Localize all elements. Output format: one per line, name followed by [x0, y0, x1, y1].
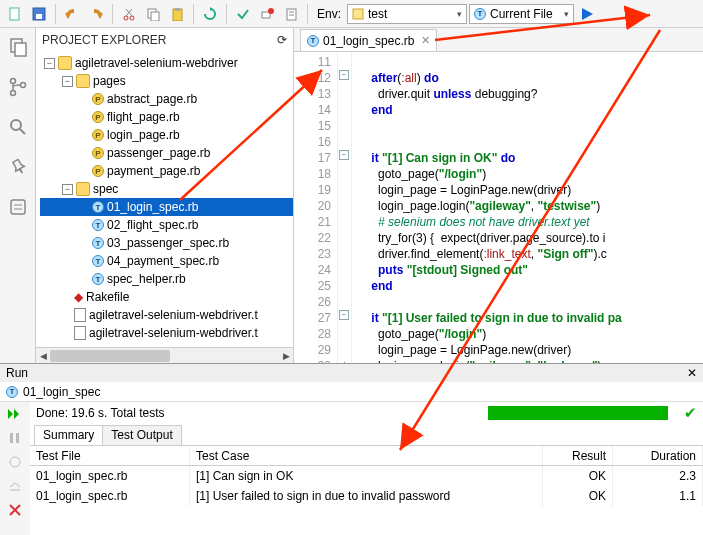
branch-icon[interactable] — [5, 74, 31, 100]
check-icon: ✔ — [684, 404, 697, 422]
explorer-refresh-icon[interactable]: ⟳ — [277, 33, 287, 47]
settings-icon[interactable] — [6, 454, 24, 470]
col-result[interactable]: Result — [543, 446, 613, 465]
tree-file[interactable]: T03_passenger_spec.rb — [40, 234, 293, 252]
run-button[interactable] — [576, 3, 598, 25]
project-explorer: PROJECT EXPLORER ⟳ −agiletravel-selenium… — [36, 28, 294, 363]
svg-line-21 — [20, 129, 25, 134]
tree-file[interactable]: Ppayment_page.rb — [40, 162, 293, 180]
code-editor: T 01_login_spec.rb ✕ 1112131415161718192… — [294, 28, 703, 363]
svg-point-10 — [268, 8, 274, 14]
doc-button[interactable] — [280, 3, 302, 25]
target-select[interactable]: T Current File ▾ — [469, 4, 574, 24]
file-tree: −agiletravel-selenium-webdriver −pages P… — [36, 52, 293, 347]
delete-icon[interactable] — [6, 502, 24, 518]
env-select[interactable]: test ▾ — [347, 4, 467, 24]
svg-rect-8 — [175, 8, 180, 11]
run-toolbar — [0, 402, 30, 535]
tree-file[interactable]: Tspec_helper.rb — [40, 270, 293, 288]
col-duration[interactable]: Duration — [613, 446, 703, 465]
run-panel: Run✕ T01_login_spec Done: 19.6 s. Total … — [0, 363, 703, 535]
new-file-button[interactable] — [4, 3, 26, 25]
redo-button[interactable] — [85, 3, 107, 25]
svg-point-3 — [124, 16, 128, 20]
tab-summary[interactable]: Summary — [34, 425, 103, 445]
svg-rect-14 — [353, 9, 363, 19]
tree-projectfile[interactable]: agiletravel-selenium-webdriver.t — [40, 324, 293, 342]
save-button[interactable] — [28, 3, 50, 25]
tree-root[interactable]: −agiletravel-selenium-webdriver — [40, 54, 293, 72]
run-close-icon[interactable]: ✕ — [687, 366, 697, 380]
tree-file[interactable]: T04_payment_spec.rb — [40, 252, 293, 270]
refresh-button[interactable] — [199, 3, 221, 25]
svg-rect-6 — [151, 12, 159, 21]
run-status: Done: 19.6 s. Total tests — [36, 406, 165, 420]
tree-file-selected[interactable]: T01_login_spec.rb — [40, 198, 293, 216]
tree-projectfile[interactable]: agiletravel-selenium-webdriver.t — [40, 306, 293, 324]
env-label: Env: — [317, 7, 341, 21]
svg-point-4 — [130, 16, 134, 20]
tab-label: 01_login_spec.rb — [323, 34, 414, 48]
results-table: Test File Test Case Result Duration 01_l… — [30, 446, 703, 535]
tree-folder-pages[interactable]: −pages — [40, 72, 293, 90]
copy-button[interactable] — [142, 3, 164, 25]
copy-panel-icon[interactable] — [5, 34, 31, 60]
tab-close-icon[interactable]: ✕ — [421, 34, 430, 47]
svg-rect-16 — [15, 43, 26, 56]
target-icon: T — [474, 8, 486, 20]
record-button[interactable] — [256, 3, 278, 25]
activity-bar — [0, 28, 36, 363]
tree-file[interactable]: Pflight_page.rb — [40, 108, 293, 126]
cut-button[interactable] — [118, 3, 140, 25]
tree-folder-spec[interactable]: −spec — [40, 180, 293, 198]
svg-point-20 — [11, 120, 21, 130]
svg-point-19 — [20, 83, 25, 88]
svg-point-18 — [10, 91, 15, 96]
tree-file[interactable]: Plogin_page.rb — [40, 126, 293, 144]
explorer-title: PROJECT EXPLORER — [42, 33, 166, 47]
col-case[interactable]: Test Case — [190, 446, 543, 465]
tree-file[interactable]: Pabstract_page.rb — [40, 90, 293, 108]
tree-file[interactable]: Ppassenger_page.rb — [40, 144, 293, 162]
env-value: test — [368, 7, 387, 21]
tree-rakefile[interactable]: ◆Rakefile — [40, 288, 293, 306]
undo-button[interactable] — [61, 3, 83, 25]
explorer-hscroll[interactable]: ◀▶ — [36, 347, 293, 363]
svg-rect-22 — [11, 200, 25, 214]
notes-icon[interactable] — [5, 194, 31, 220]
run-panel-title: Run — [6, 366, 28, 380]
progress-bar — [488, 406, 668, 420]
svg-point-17 — [10, 79, 15, 84]
target-value: Current File — [490, 7, 553, 21]
svg-rect-2 — [36, 14, 42, 19]
check-button[interactable] — [232, 3, 254, 25]
code-body[interactable]: after(:all) do driver.quit unless debugg… — [352, 52, 703, 363]
pin-icon[interactable] — [5, 154, 31, 180]
tree-file[interactable]: T02_flight_spec.rb — [40, 216, 293, 234]
editor-tab[interactable]: T 01_login_spec.rb ✕ — [300, 29, 437, 51]
tab-test-output[interactable]: Test Output — [102, 425, 181, 445]
fold-gutter: − − − ⇨ — [338, 52, 352, 363]
search-icon[interactable] — [5, 114, 31, 140]
table-row[interactable]: 01_login_spec.rb[1] User failed to sign … — [30, 486, 703, 506]
tab-icon: T — [307, 35, 319, 47]
table-row[interactable]: 01_login_spec.rb[1] Can sign in OKOK2.3 — [30, 466, 703, 486]
pause-button[interactable] — [6, 430, 24, 446]
rerun-button[interactable] — [6, 406, 24, 422]
run-file-name: 01_login_spec — [23, 385, 100, 399]
svg-rect-26 — [16, 433, 19, 443]
main-toolbar: Env: test ▾ T Current File ▾ — [0, 0, 703, 28]
run-file-icon: T — [6, 386, 18, 398]
svg-rect-25 — [10, 433, 13, 443]
svg-point-27 — [10, 457, 20, 467]
col-file[interactable]: Test File — [30, 446, 190, 465]
editor-tabbar: T 01_login_spec.rb ✕ — [294, 28, 703, 52]
collapse-icon[interactable] — [6, 478, 24, 494]
paste-button[interactable] — [166, 3, 188, 25]
line-gutter: 1112131415161718192021222324252627282930… — [294, 52, 338, 363]
svg-rect-0 — [10, 8, 19, 20]
